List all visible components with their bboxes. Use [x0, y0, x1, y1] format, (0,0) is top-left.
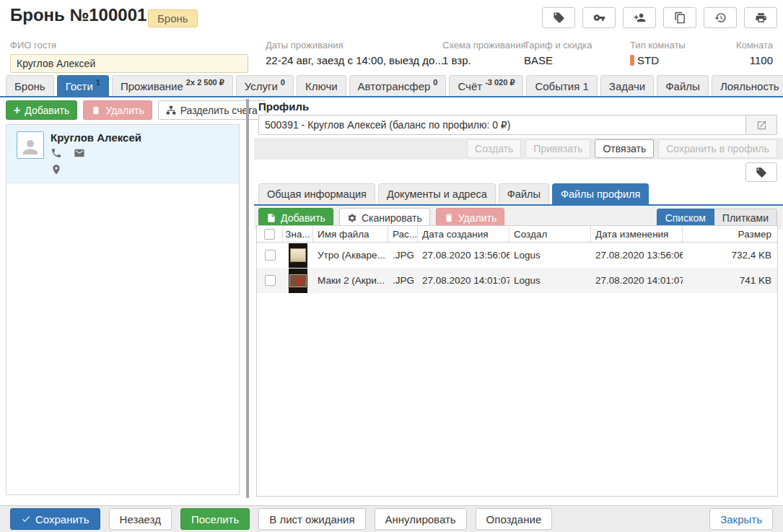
room-value: 1100: [736, 54, 773, 66]
cell: 27.08.2020 14:01:07: [418, 268, 509, 293]
status-badge: Бронь: [148, 9, 198, 27]
row-checkbox[interactable]: [265, 250, 276, 261]
column-header-4: Дата создания: [418, 226, 509, 242]
save-button[interactable]: Сохранить: [10, 508, 100, 530]
location-pin-icon: [51, 164, 62, 175]
tariff-value: BASE: [524, 54, 592, 66]
copy-button[interactable]: [663, 7, 696, 28]
add-guest-icon: [634, 12, 646, 24]
main-tab-loyalnost[interactable]: Лояльность: [712, 75, 783, 96]
main-tab-schet[interactable]: Счёт-3 020 ₽: [449, 75, 523, 96]
column-header-5: Создал: [509, 226, 591, 242]
main-tab-uslugi[interactable]: Услуги0: [236, 75, 294, 96]
row-checkbox[interactable]: [265, 275, 276, 286]
main-tab-zadachi[interactable]: Задачи: [600, 75, 654, 96]
table-row[interactable]: Маки 2 (Акри....JPG27.08.2020 14:01:07Lo…: [257, 268, 777, 293]
create-profile-button[interactable]: Создать: [467, 139, 521, 158]
file-thumbnail: [289, 243, 307, 268]
link-profile-button[interactable]: Привязать: [525, 139, 590, 158]
cell: Утро (Акваре...: [313, 243, 388, 268]
room-type-marker: [630, 55, 634, 66]
gear-icon: [347, 213, 357, 223]
main-tab-avtotransfer[interactable]: Автотрансфер0: [349, 75, 447, 96]
stay-dates-label: Даты проживания: [266, 40, 437, 51]
main-tab-klyuchi[interactable]: Ключи: [297, 75, 346, 96]
tab-label: Проживание: [121, 80, 183, 92]
main-tab-fajly[interactable]: Файлы: [657, 75, 709, 96]
main-tab-bron[interactable]: Бронь: [6, 75, 54, 96]
waitlist-button[interactable]: В лист ожидания: [258, 508, 365, 530]
view-tiles-button[interactable]: Плитками: [714, 209, 777, 227]
view-list-button[interactable]: Списком: [657, 209, 714, 227]
column-header-0: [257, 226, 283, 242]
profile-tab-fajly-profilya[interactable]: Файлы профиля: [552, 183, 649, 204]
check-icon: [21, 514, 31, 524]
tab-label: Лояльность: [720, 80, 779, 92]
files-table-header: Зна...Имя файлаРас...Дата созданияСоздал…: [257, 226, 777, 243]
guest-list: Круглов Алексей: [6, 124, 240, 495]
add-guest-button[interactable]: [623, 7, 656, 28]
guest-location: [51, 164, 141, 175]
main-tab-sobytiya[interactable]: События 1: [526, 75, 597, 96]
tariff-label: Тариф и скидка: [524, 40, 592, 51]
annul-button[interactable]: Аннулировать: [375, 508, 467, 530]
column-header-6: Дата изменения: [591, 226, 683, 242]
cell-select: [257, 243, 283, 268]
tab-label: Ключи: [305, 80, 338, 92]
cell: Маки 2 (Акри...: [313, 268, 388, 293]
profile-actions: Создать Привязать Отвязать Сохранить в п…: [254, 138, 783, 160]
profile-tab-obshchaya[interactable]: Общая информация: [258, 183, 375, 204]
tab-badge: 0: [281, 79, 285, 87]
stay-dates-field: Даты проживания 22-24 авг, заезд с 14:00…: [266, 40, 437, 66]
phone-icon: [51, 147, 62, 159]
cell-thumbnail: [283, 243, 313, 268]
guest-card[interactable]: Круглов Алексей: [6, 125, 239, 183]
check-in-button[interactable]: Поселить: [180, 508, 250, 530]
open-profile-button[interactable]: [745, 115, 777, 135]
profile-tab-dokumenty[interactable]: Документы и адреса: [378, 183, 496, 204]
keys-button[interactable]: [582, 7, 616, 28]
add-guest-to-list-button[interactable]: +Добавить: [6, 100, 77, 120]
profile-input[interactable]: [258, 115, 745, 135]
history-button[interactable]: [704, 7, 737, 28]
tab-label: Файлы профиля: [561, 188, 640, 200]
tab-badge: -3 020 ₽: [485, 79, 515, 87]
scan-button[interactable]: Сканировать: [339, 208, 430, 227]
print-button[interactable]: [744, 7, 777, 28]
scheme-value: 1 взр.: [442, 54, 526, 66]
select-all-checkbox[interactable]: [264, 229, 275, 240]
view-toggle: Списком Плитками: [657, 209, 777, 227]
tab-label: Задачи: [609, 80, 645, 92]
no-show-button[interactable]: Незаезд: [109, 508, 172, 530]
table-row[interactable]: Утро (Акваре....JPG27.08.2020 13:56:06Lo…: [257, 243, 777, 268]
guest-name-field: ФИО гостя: [10, 40, 250, 73]
profile-tab-fajly[interactable]: Файлы: [499, 183, 549, 204]
unlink-profile-button[interactable]: Отвязать: [595, 139, 654, 158]
print-icon: [755, 12, 767, 24]
main-tab-prozhivanie[interactable]: Проживание2x 2 500 ₽: [112, 75, 233, 96]
split-bills-button[interactable]: Разделить счета: [158, 100, 266, 120]
guest-name-input[interactable]: [10, 54, 248, 73]
tab-badge: 1: [96, 79, 100, 87]
header-toolbar: [542, 7, 777, 28]
tab-badge: 2x 2 500 ₽: [186, 79, 224, 87]
main-tab-bar: БроньГости1Проживание2x 2 500 ₽Услуги0Кл…: [0, 75, 783, 97]
delete-file-button[interactable]: Удалить: [436, 208, 504, 227]
delete-guest-button[interactable]: Удалить: [83, 100, 152, 120]
trash-icon: [444, 213, 454, 223]
late-button[interactable]: Опоздание: [476, 508, 553, 530]
external-link-icon: [756, 120, 767, 131]
main-tab-gosti[interactable]: Гости1: [57, 75, 109, 96]
cell: 27.08.2020 13:56:06: [418, 243, 509, 268]
save-to-profile-button[interactable]: Сохранить в профиль: [658, 139, 777, 158]
close-button[interactable]: Закрыть: [709, 508, 773, 530]
avatar: [17, 131, 44, 159]
add-file-button[interactable]: Добавить: [258, 208, 333, 227]
profile-row: [258, 115, 777, 135]
room-field: Комната 1100: [736, 40, 773, 66]
tags-button[interactable]: [542, 7, 575, 28]
profile-tags-button[interactable]: [745, 162, 777, 182]
room-type-value: STD: [630, 54, 686, 66]
tab-label: Файлы: [507, 188, 541, 200]
panel-splitter[interactable]: [246, 99, 249, 498]
